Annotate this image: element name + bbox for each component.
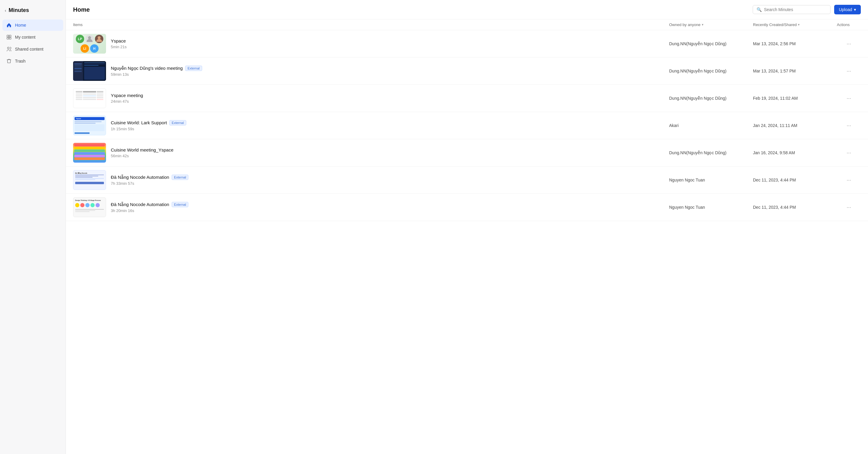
app-logo[interactable]: ‹ Minutes bbox=[0, 5, 66, 20]
col-header-date[interactable]: Recently Created/Shared ▾ bbox=[753, 23, 837, 27]
external-badge: External bbox=[169, 120, 186, 126]
table-row[interactable]: Đà Nẵng Nocode Đà Nẵng Nocode Automation… bbox=[66, 166, 868, 194]
external-badge: External bbox=[172, 202, 188, 207]
more-actions-button[interactable]: ··· bbox=[844, 176, 853, 185]
item-duration: 3h 20min 16s bbox=[111, 208, 188, 213]
sidebar-item-trash[interactable]: Trash bbox=[2, 55, 63, 67]
item-info: Đà Nẵng Nocode Automation External 7h 33… bbox=[111, 174, 188, 186]
owner-cell: Dung.NN(Nguyễn Ngọc Dũng) bbox=[669, 41, 753, 46]
item-duration: 24min 47s bbox=[111, 99, 143, 104]
item-cell: Design Thinking: A 5-Stage Process Đà N bbox=[73, 197, 669, 217]
item-duration: 1h 15min 59s bbox=[111, 127, 186, 131]
sidebar-item-shared-content-label: Shared content bbox=[15, 47, 43, 52]
item-title: Cuisine World meeting_Yspace bbox=[111, 147, 174, 153]
avatar: H bbox=[90, 44, 98, 53]
svg-rect-3 bbox=[9, 37, 11, 39]
home-icon bbox=[6, 22, 12, 28]
table-row[interactable]: Design Thinking: A 5-Stage Process Đà N bbox=[66, 194, 868, 221]
item-info: Nguyễn Ngọc Dũng's video meeting Externa… bbox=[111, 66, 202, 77]
table-row[interactable]: Cuisine World meeting_Yspace 56min 42s D… bbox=[66, 139, 868, 166]
col-header-actions: Actions bbox=[837, 23, 861, 27]
avatar-group: LP LI H bbox=[73, 34, 106, 54]
more-actions-button[interactable]: ··· bbox=[844, 149, 853, 157]
more-actions-button[interactable]: ··· bbox=[844, 203, 853, 212]
date-cell: Mar 13, 2024, 2:56 PM bbox=[753, 41, 837, 46]
thumbnail bbox=[73, 88, 106, 108]
sidebar-item-my-content[interactable]: My content bbox=[2, 31, 63, 43]
more-actions-button[interactable]: ··· bbox=[844, 39, 853, 48]
sidebar: ‹ Minutes Home My content bbox=[0, 0, 66, 454]
item-duration: 7h 33min 57s bbox=[111, 181, 188, 186]
thumbnail: Đà Nẵng Nocode bbox=[73, 170, 106, 190]
external-badge: External bbox=[185, 66, 202, 71]
sidebar-nav: Home My content bbox=[0, 20, 66, 67]
more-actions-button[interactable]: ··· bbox=[844, 67, 853, 75]
item-info: Yspace meeting 24min 47s bbox=[111, 93, 143, 104]
date-cell: Dec 11, 2023, 4:44 PM bbox=[753, 205, 837, 209]
my-content-icon bbox=[6, 34, 12, 40]
actions-cell: ··· bbox=[837, 67, 861, 75]
shared-content-icon bbox=[6, 46, 12, 52]
date-cell: Mar 13, 2024, 1:57 PM bbox=[753, 69, 837, 73]
item-cell: LP LI H Yspace 5min 2 bbox=[73, 34, 669, 54]
svg-rect-1 bbox=[9, 35, 11, 37]
date-cell: Jan 24, 2024, 11:11 AM bbox=[753, 123, 837, 128]
table-row[interactable]: Nguyễn Ngọc Dũng's video meeting Externa… bbox=[66, 58, 868, 85]
more-actions-button[interactable]: ··· bbox=[844, 94, 853, 103]
svg-point-5 bbox=[88, 36, 91, 39]
page-header: Home 🔍 Upload ▾ bbox=[66, 0, 868, 20]
date-cell: Jan 16, 2024, 9:58 AM bbox=[753, 150, 837, 155]
owner-cell: Akari bbox=[669, 123, 753, 128]
owner-cell: Nguyen Ngoc Tuan bbox=[669, 177, 753, 183]
item-title: Yspace meeting bbox=[111, 93, 143, 98]
thumbnail: Design Thinking: A 5-Stage Process bbox=[73, 197, 106, 217]
date-sort-icon: ▾ bbox=[798, 23, 800, 27]
sidebar-item-home[interactable]: Home bbox=[2, 20, 63, 31]
more-actions-button[interactable]: ··· bbox=[844, 121, 853, 130]
col-header-owner[interactable]: Owned by anyone ▾ bbox=[669, 23, 753, 27]
actions-cell: ··· bbox=[837, 121, 861, 130]
table-row[interactable]: Yspace Cuisine World: Lark Support Exter… bbox=[66, 112, 868, 139]
avatar bbox=[85, 35, 94, 43]
back-chevron: ‹ bbox=[5, 8, 6, 13]
item-title: Đà Nẵng Nocode Automation External bbox=[111, 174, 188, 180]
thumbnail bbox=[73, 143, 106, 163]
item-title: Nguyễn Ngọc Dũng's video meeting Externa… bbox=[111, 66, 202, 71]
upload-label: Upload bbox=[839, 7, 852, 12]
thumbnail: LP LI H bbox=[73, 34, 106, 54]
owner-cell: Nguyen Ngoc Tuan bbox=[669, 205, 753, 209]
sidebar-item-trash-label: Trash bbox=[15, 59, 26, 64]
search-input[interactable] bbox=[764, 7, 827, 12]
thumbnail: Yspace bbox=[73, 116, 106, 135]
item-cell: Nguyễn Ngọc Dũng's video meeting Externa… bbox=[73, 61, 669, 81]
actions-cell: ··· bbox=[837, 149, 861, 157]
item-info: Yspace 5min 21s bbox=[111, 38, 127, 49]
item-duration: 56min 42s bbox=[111, 154, 174, 158]
item-info: Đà Nẵng Nocode Automation External 3h 20… bbox=[111, 202, 188, 213]
actions-cell: ··· bbox=[837, 176, 861, 185]
items-table: Items Owned by anyone ▾ Recently Created… bbox=[66, 20, 868, 454]
table-row[interactable]: LP LI H Yspace 5min 2 bbox=[66, 30, 868, 58]
item-cell: Cuisine World meeting_Yspace 56min 42s bbox=[73, 143, 669, 163]
item-title: Cuisine World: Lark Support External bbox=[111, 120, 186, 126]
thumbnail bbox=[73, 61, 106, 81]
header-actions: 🔍 Upload ▾ bbox=[753, 5, 861, 14]
item-duration: 5min 21s bbox=[111, 44, 127, 49]
sidebar-item-shared-content[interactable]: Shared content bbox=[2, 43, 63, 55]
date-cell: Dec 11, 2023, 4:44 PM bbox=[753, 177, 837, 183]
actions-cell: ··· bbox=[837, 203, 861, 212]
svg-rect-2 bbox=[7, 37, 9, 39]
app-title: Minutes bbox=[9, 7, 29, 13]
upload-button[interactable]: Upload ▾ bbox=[834, 5, 861, 14]
search-box[interactable]: 🔍 bbox=[753, 5, 831, 14]
owner-cell: Dung.NN(Nguyễn Ngọc Dũng) bbox=[669, 96, 753, 101]
actions-cell: ··· bbox=[837, 94, 861, 103]
item-cell: Yspace meeting 24min 47s bbox=[73, 88, 669, 108]
owner-cell: Dung.NN(Nguyễn Ngọc Dũng) bbox=[669, 150, 753, 155]
item-title: Đà Nẵng Nocode Automation External bbox=[111, 202, 188, 207]
actions-cell: ··· bbox=[837, 39, 861, 48]
svg-point-4 bbox=[7, 47, 9, 49]
external-badge: External bbox=[172, 174, 188, 180]
table-row[interactable]: Yspace meeting 24min 47s Dung.NN(Nguyễn … bbox=[66, 85, 868, 112]
owner-cell: Dung.NN(Nguyễn Ngọc Dũng) bbox=[669, 69, 753, 73]
